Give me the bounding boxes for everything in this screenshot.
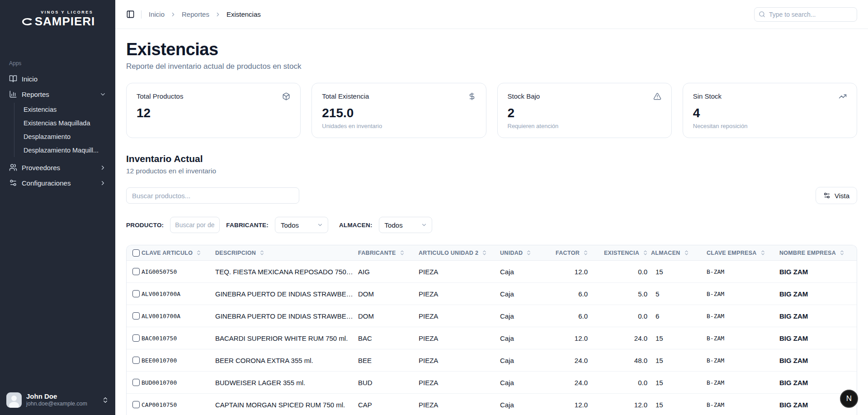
cell-articulo-unidad-2: PIEZA [419,312,500,320]
view-button[interactable]: Vista [816,187,857,204]
chevron-down-icon [317,222,323,228]
inventory-subtitle: 12 productos en el inventario [126,167,857,175]
column-header-clave-empresa[interactable]: CLAVE EMPRESA [707,250,779,256]
sidebar-nav: Apps Inicio Reportes Existencias Existen… [0,57,115,387]
cell-clave-empresa: B-ZAM [707,357,779,364]
column-header-articulo-unidad-2[interactable]: ARTICULO UNIDAD 2 [419,250,500,256]
table-row[interactable]: BUD0010700 BUDWEISER LAGER 355 ml. BUD P… [127,372,857,394]
producto-filter-input[interactable] [170,217,220,233]
column-header-descripcion[interactable]: DESCRIPCION [215,250,358,256]
cell-descripcion: GINEBRA PUERTO DE INDIAS STRAWBERR... [215,312,358,320]
cell-fabricante: AIG [358,268,419,276]
cell-almacen: 5 [651,290,707,298]
cell-existencia: 5.0 [591,290,651,298]
almacen-select-value: Todos [385,221,403,229]
column-header-nombre-empresa[interactable]: NOMBRE EMPRESA [779,250,857,256]
chevrons-up-down-icon [102,396,109,404]
sidebar-item-desplazamiento[interactable]: Desplazamiento [21,130,110,143]
dollar-icon [468,92,476,100]
sort-icon [583,250,589,256]
view-button-label: Vista [835,192,849,200]
stat-value: 215.0 [322,106,476,120]
fabricante-select[interactable]: Todos [275,217,328,233]
sidebar-item-existencias[interactable]: Existencias [21,103,110,116]
table-row[interactable]: BAC0010750 BACARDI SUPERIOR WHITE RUM 75… [127,327,857,349]
table-row[interactable]: CAP0010750 CAPTAIN MORGAN SPICED RUM 750… [127,394,857,415]
sidebar-toggle-icon[interactable] [126,10,135,19]
row-checkbox[interactable] [132,401,140,408]
cell-descripcion: TEQ. FIESTA MEXICANA REPOSADO 750 ml. [215,268,358,276]
column-header-fabricante[interactable]: FABRICANTE [358,250,419,256]
column-header-clave-articulo[interactable]: CLAVE ARTICULO [142,250,215,256]
sort-icon [399,250,405,256]
nextjs-dev-badge[interactable]: N [840,390,858,408]
cell-clave-articulo: AIG0050750 [142,268,215,275]
page-subtitle: Reporte del inventario actual de product… [126,62,857,71]
sidebar-item-existencias-maquillada[interactable]: Existencias Maquillada [21,116,110,130]
row-checkbox[interactable] [132,334,140,342]
table-row[interactable]: AIG0050750 TEQ. FIESTA MEXICANA REPOSADO… [127,261,857,283]
row-checkbox[interactable] [132,268,140,275]
cell-factor: 12.0 [546,401,591,409]
table-row[interactable]: BEE0010700 BEER CORONA EXTRA 355 ml. BEE… [127,349,857,372]
sliders-icon [823,192,830,199]
table-row[interactable]: ALV0010700A GINEBRA PUERTO DE INDIAS STR… [127,283,857,305]
sidebar-item-inicio[interactable]: Inicio [5,71,110,86]
stat-value: 2 [508,106,661,120]
cell-unidad: Caja [500,290,546,298]
sort-icon [481,250,487,256]
cell-fabricante: BAC [358,334,419,342]
stat-card-stock-bajo: Stock Bajo 2 Requieren atención [497,83,672,138]
sort-icon [684,250,689,256]
cell-nombre-empresa: BIG ZAM [779,290,857,298]
column-header-almacen[interactable]: ALMACEN [651,250,707,256]
column-header-factor[interactable]: FACTOR [546,250,591,256]
product-search-input[interactable] [126,187,299,204]
cell-articulo-unidad-2: PIEZA [419,334,500,342]
sidebar-item-desplazamiento-maquillada[interactable]: Desplazamiento Maquill... [21,143,110,157]
cell-articulo-unidad-2: PIEZA [419,268,500,276]
sidebar-item-configuraciones[interactable]: Configuraciones [5,175,110,191]
sidebar-item-reportes[interactable]: Reportes [5,86,110,102]
breadcrumb-inicio[interactable]: Inicio [149,10,165,18]
user-email: john.doe@example.com [26,401,97,408]
cell-almacen: 15 [651,379,707,386]
breadcrumb-reportes[interactable]: Reportes [182,10,209,18]
user-name: John Doe [26,392,97,401]
cell-descripcion: BACARDI SUPERIOR WHITE RUM 750 ml. [215,334,358,342]
reportes-submenu: Existencias Existencias Maquillada Despl… [14,103,110,157]
cell-unidad: Caja [500,334,546,342]
column-header-existencia[interactable]: EXISTENCIA [591,250,651,256]
table-row[interactable]: ALV0010700A GINEBRA PUERTO DE INDIAS STR… [127,305,857,327]
select-all-checkbox[interactable] [132,249,140,257]
cell-fabricante: BEE [358,357,419,364]
brand-name: SAMPIERI [35,14,95,29]
sort-icon [642,250,648,256]
user-menu[interactable]: John Doe john.doe@example.com [0,387,115,415]
cell-articulo-unidad-2: PIEZA [419,357,500,364]
cell-clave-articulo: BEE0010700 [142,357,215,364]
cell-existencia: 0.0 [591,268,651,276]
almacen-select[interactable]: Todos [379,217,432,233]
cell-clave-articulo: BUD0010700 [142,379,215,386]
fabricante-select-value: Todos [281,221,299,229]
sidebar-item-proveedores[interactable]: Proveedores [5,160,110,175]
row-checkbox[interactable] [132,290,140,297]
column-header-unidad[interactable]: UNIDAD [500,250,546,256]
cell-existencia: 48.0 [591,357,651,364]
sliders-icon [9,179,17,187]
cell-fabricante: BUD [358,379,419,386]
stat-cards: Total Productos 12 Total Existencia 215.… [126,83,857,138]
cell-clave-empresa: B-ZAM [707,379,779,386]
row-checkbox[interactable] [132,379,140,386]
trending-up-icon [839,92,847,100]
cell-clave-articulo: BAC0010750 [142,335,215,342]
chevron-right-icon [170,11,176,18]
global-search-input[interactable] [754,7,857,22]
cell-fabricante: DOM [358,312,419,320]
chevron-down-icon [421,222,427,228]
cell-factor: 12.0 [546,334,591,342]
brand-logo[interactable]: VINOS Y LICORES SAMPIERI [0,0,115,35]
row-checkbox[interactable] [132,312,140,320]
row-checkbox[interactable] [132,357,140,364]
